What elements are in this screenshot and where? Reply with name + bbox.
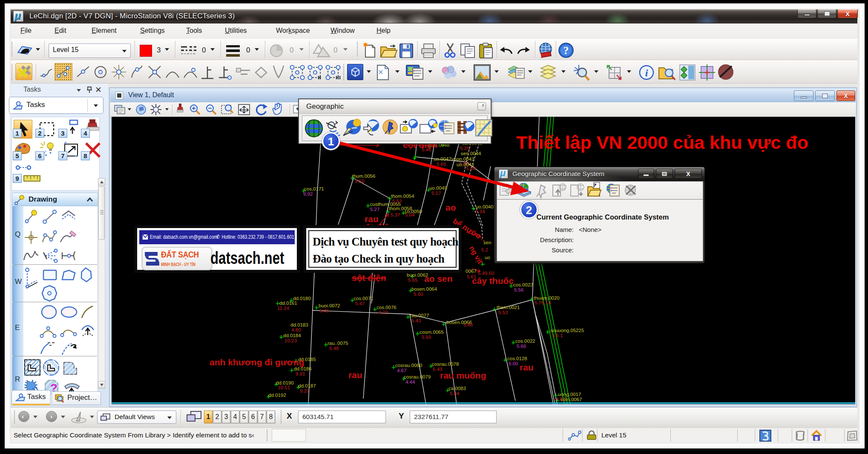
svg-text:rau: rau — [520, 362, 534, 372]
svg-text:dd.0192: dd.0192 — [268, 393, 286, 398]
svg-text:cos.0076: cos.0076 — [377, 305, 397, 310]
svg-text:rau muống: rau muống — [440, 370, 486, 380]
svg-text:ao sen: ao sen — [424, 274, 453, 283]
svg-text:5.65: 5.65 — [408, 278, 417, 283]
svg-text:sột điện: sột điện — [352, 273, 386, 283]
svg-text:5.37: 5.37 — [391, 212, 400, 217]
svg-text:souuong.05225: souuong.05225 — [550, 328, 584, 333]
svg-text:5.34: 5.34 — [450, 391, 460, 396]
svg-text:cosrau.0078: cosrau.0078 — [432, 361, 459, 367]
svg-text:buoi.0072: buoi.0072 — [319, 303, 340, 308]
svg-text:9.27: 9.27 — [300, 388, 309, 393]
svg-text:5.34: 5.34 — [475, 209, 485, 214]
svg-text:11.24: 11.24 — [277, 306, 290, 311]
svg-text:5.00: 5.00 — [509, 361, 518, 366]
svg-text:10.23: 10.23 — [285, 338, 297, 343]
svg-text:5.43: 5.43 — [411, 318, 421, 323]
svg-text:5.55: 5.55 — [422, 335, 431, 340]
svg-text:5.60: 5.60 — [414, 292, 423, 297]
svg-text:5.53: 5.53 — [498, 310, 508, 315]
svg-text:4.67: 4.67 — [397, 368, 406, 373]
svg-text:4.80: 4.80 — [291, 327, 301, 333]
svg-text:cosrau.0080: cosrau.0080 — [395, 363, 422, 368]
svg-text:rau.0077: rau.0077 — [410, 313, 429, 318]
svg-text:5.47: 5.47 — [355, 301, 365, 306]
svg-text:5.2: 5.2 — [481, 247, 488, 252]
svg-text:cosrn.0065: cosrn.0065 — [420, 330, 444, 335]
svg-text:rau..0075: rau..0075 — [328, 341, 348, 346]
svg-text:10.51: 10.51 — [278, 385, 290, 390]
svg-text:cây thuốc: cây thuốc — [472, 276, 514, 286]
svg-text:5.5 1: 5.5 1 — [552, 333, 563, 338]
svg-text:5.64: 5.64 — [405, 212, 415, 217]
svg-text:5.48: 5.48 — [329, 346, 339, 351]
svg-text:5.46: 5.46 — [463, 322, 473, 327]
svg-text:uo: uo — [485, 255, 490, 260]
svg-text:ca.0083: ca.0083 — [448, 386, 466, 391]
svg-text:5.76.14: 5.76.14 — [535, 300, 551, 305]
svg-text:5.66: 5.66 — [517, 344, 526, 349]
svg-text:4.02: 4.02 — [556, 396, 565, 402]
svg-text:5.45: 5.45 — [319, 308, 329, 313]
svg-text:dd.0183: dd.0183 — [290, 322, 308, 327]
svg-text:9.91: 9.91 — [296, 371, 305, 376]
svg-text:4.44: 4.44 — [405, 379, 415, 385]
svg-text:0067: 0067 — [466, 269, 477, 274]
svg-text:anh khương đi gương: anh khương đi gương — [210, 357, 304, 367]
svg-text:cos.0071: cos.0071 — [354, 296, 374, 301]
svg-text:5.27: 5.27 — [370, 207, 379, 212]
svg-text:dd.0161: dd.0161 — [279, 301, 297, 306]
svg-text:bosen.0064: bosen.0064 — [411, 286, 437, 292]
svg-text:rau: rau — [348, 370, 362, 380]
svg-text:cos.0128: cos.0128 — [507, 356, 527, 361]
svg-text:4.73: 4.73 — [378, 310, 388, 315]
svg-text:5.56: 5.56 — [514, 287, 523, 292]
svg-text:cos.0023: cos.0023 — [513, 282, 533, 287]
svg-text:i: i — [645, 67, 648, 78]
svg-text:5.49.50: 5.49.50 — [478, 271, 494, 276]
svg-text:cos.0022: cos.0022 — [515, 338, 535, 344]
svg-text:dd.0184: dd.0184 — [283, 333, 301, 338]
svg-text:?: ? — [563, 45, 569, 56]
svg-text:them.0021: them.0021 — [497, 305, 520, 310]
svg-text:cosrau.0079: cosrau.0079 — [404, 374, 431, 379]
svg-text:dd.0187: dd.0187 — [298, 383, 316, 388]
